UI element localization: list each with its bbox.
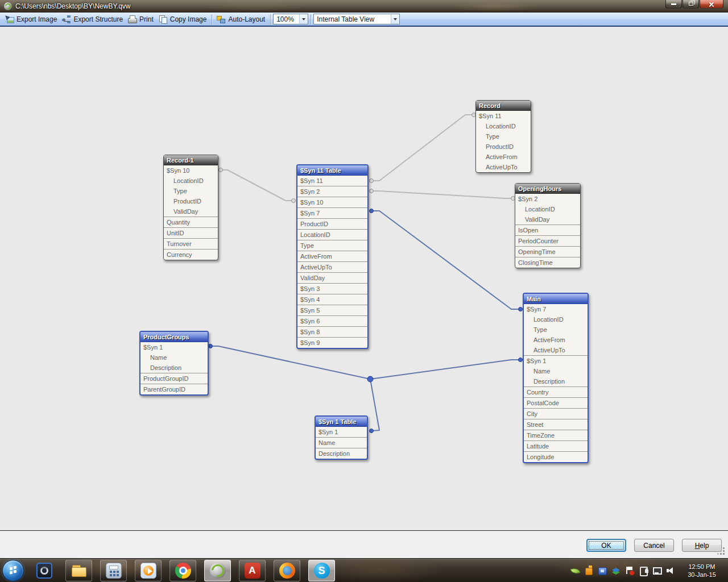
volume-icon[interactable] [665, 566, 676, 576]
table-header-productgroups[interactable]: ProductGroups [140, 332, 208, 342]
network-status-icon[interactable] [652, 566, 662, 576]
print-icon [127, 15, 137, 24]
qlikview-app-icon [4, 2, 12, 10]
field-syn-10: $Syn 10 [297, 197, 367, 207]
connection-line [370, 379, 379, 431]
window-title: C:\Users\nbs\Desktop\BY\NewBY.qvw [15, 2, 131, 10]
field-syn-2: $Syn 2 [515, 194, 580, 204]
field-description: Description [140, 363, 208, 373]
connector-dot [370, 179, 374, 183]
copy-image-button[interactable]: Copy Image [156, 14, 210, 25]
field-group: $Syn 6 [297, 315, 367, 326]
connection-line [210, 346, 370, 379]
layers-tray-icon[interactable] [611, 566, 621, 576]
field-group: $Syn 7 [297, 207, 367, 218]
field-locationid: LocationID [524, 314, 588, 325]
action-center-flag-icon[interactable] [624, 566, 635, 576]
field-group: ValidDay [297, 272, 367, 283]
help-button[interactable]: Help [682, 539, 722, 552]
field-longitude: Longitude [524, 452, 588, 462]
start-button[interactable] [2, 560, 24, 581]
field-group: Latitude [524, 440, 588, 451]
print-button[interactable]: Print [126, 14, 156, 25]
connection-line [371, 211, 520, 309]
export-image-label: Export Image [16, 15, 57, 23]
field-quantity: Quantity [164, 217, 218, 227]
table-header-openinghours[interactable]: OpeningHours [515, 184, 580, 194]
field-productgroupid: ProductGroupID [140, 373, 208, 384]
removable-device-icon[interactable] [638, 566, 648, 576]
table-main[interactable]: Main$Syn 7LocationIDTypeActiveFromActive… [523, 293, 589, 463]
table-fields: $Syn 7LocationIDTypeActiveFromActiveUpTo… [524, 304, 588, 462]
export-structure-button[interactable]: Export Structure [60, 14, 126, 25]
field-group: $Syn 4 [297, 294, 367, 305]
field-group: Street [524, 419, 588, 430]
resize-grip[interactable] [723, 553, 725, 555]
taskbar-calculator-button[interactable] [100, 560, 127, 581]
field-postalcode: PostalCode [524, 398, 588, 408]
cancel-button[interactable]: Cancel [634, 539, 674, 552]
field-type: Type [297, 240, 367, 251]
taskbar-photo-viewer-button[interactable] [31, 560, 57, 581]
table-header-syn-11-table[interactable]: $Syn 11 Table [297, 165, 367, 176]
minimize-button[interactable] [665, 0, 682, 9]
field-group: $Syn 1NameDescription [140, 342, 208, 373]
taskbar-chrome-button[interactable] [169, 560, 196, 581]
field-group: $Syn 1NameDescription [524, 355, 588, 386]
diagram-canvas[interactable]: Record-1$Syn 10LocationIDTypeProductIDVa… [0, 27, 728, 530]
taskbar-adobe-reader-button[interactable] [239, 560, 266, 581]
field-isopen: IsOpen [515, 225, 580, 235]
taskbar-clock[interactable]: 12:50 PM 30-Jan-15 [684, 563, 725, 579]
taskbar-media-player-button[interactable] [135, 560, 162, 581]
field-syn-10: $Syn 10 [164, 165, 218, 176]
copy-image-icon [158, 15, 168, 24]
leaf-tray-icon[interactable] [570, 566, 580, 576]
field-syn-1: $Syn 1 [316, 427, 367, 437]
export-image-button[interactable]: Export Image [3, 14, 60, 25]
auto-layout-button[interactable]: Auto-Layout [214, 14, 268, 25]
table-openinghours[interactable]: OpeningHours$Syn 2LocationIDValidDayIsOp… [515, 183, 581, 268]
taskbar-explorer-button[interactable] [65, 560, 92, 581]
field-syn-4: $Syn 4 [297, 294, 367, 305]
field-group: $Syn 8 [297, 326, 367, 337]
field-group: OpeningTime [515, 246, 580, 257]
chevron-down-icon[interactable] [299, 14, 308, 24]
orange-app-tray-icon[interactable] [584, 566, 594, 576]
blue-app-tray-icon[interactable] [597, 566, 607, 576]
photo-viewer-icon [36, 563, 52, 579]
connector-dot [370, 209, 374, 213]
field-group: UnitID [164, 227, 218, 238]
table-record[interactable]: Record$Syn 11LocationIDTypeProductIDActi… [475, 100, 531, 173]
field-syn-7: $Syn 7 [297, 208, 367, 218]
taskbar-skype-button[interactable] [308, 560, 335, 581]
taskbar-firefox-button[interactable] [274, 560, 300, 581]
table-record-1[interactable]: Record-1$Syn 10LocationIDTypeProductIDVa… [163, 155, 218, 260]
field-group: City [524, 408, 588, 419]
table-header-syn-1-table[interactable]: $Syn 1 Table [316, 417, 367, 427]
field-group: Currency [164, 249, 218, 260]
table-syn-11-table[interactable]: $Syn 11 Table$Syn 11$Syn 2$Syn 10$Syn 7P… [296, 164, 369, 349]
auto-layout-label: Auto-Layout [228, 15, 265, 23]
table-syn-1-table[interactable]: $Syn 1 Table$Syn 1NameDescription [315, 415, 368, 460]
field-syn-5: $Syn 5 [297, 305, 367, 315]
chevron-down-icon[interactable] [391, 14, 399, 24]
table-header-main[interactable]: Main [524, 294, 588, 304]
table-productgroups[interactable]: ProductGroups$Syn 1NameDescriptionProduc… [139, 331, 209, 396]
taskbar-qlikview-button[interactable] [204, 560, 231, 581]
connection-line [371, 191, 513, 198]
view-mode-select[interactable]: Internal Table View [313, 14, 400, 24]
ok-button[interactable]: OK [586, 539, 626, 552]
export-structure-icon [61, 15, 71, 24]
field-timezone: TimeZone [524, 430, 588, 440]
field-group: $Syn 7LocationIDTypeActiveFromActiveUpTo [524, 304, 588, 355]
field-group: $Syn 11LocationIDTypeProductIDActiveFrom… [476, 111, 531, 172]
print-label: Print [139, 15, 154, 23]
connector-dot [370, 429, 374, 433]
field-activefrom: ActiveFrom [476, 152, 531, 162]
restore-button[interactable] [682, 0, 699, 9]
table-header-record-1[interactable]: Record-1 [164, 155, 218, 165]
table-header-record[interactable]: Record [476, 101, 531, 111]
zoom-select[interactable]: 100% [273, 14, 308, 24]
close-button[interactable] [700, 0, 723, 9]
field-group: $Syn 3 [297, 283, 367, 294]
